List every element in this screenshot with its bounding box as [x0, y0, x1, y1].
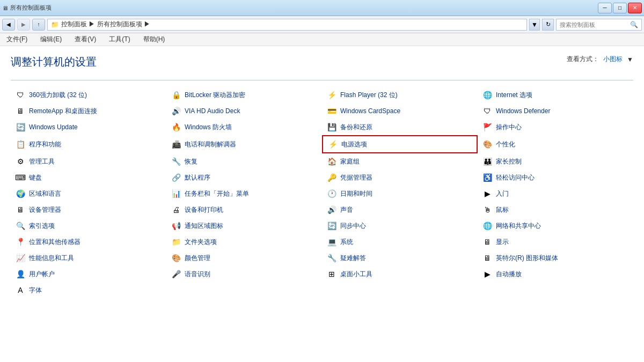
item-defaultprograms[interactable]: 🔗默认程序	[166, 169, 322, 186]
minimize-button[interactable]: ─	[598, 3, 612, 13]
view-arrow-icon: ▼	[627, 56, 633, 63]
item-programfeatures[interactable]: 📋程序和功能	[11, 135, 166, 153]
menu-tools[interactable]: 工具(T)	[107, 34, 132, 45]
location-label: 位置和其他传感器	[29, 238, 80, 247]
programfeatures-label: 程序和功能	[29, 140, 61, 149]
intelnv-label: 英特尔(R) 图形和媒体	[496, 254, 558, 263]
address-dropdown[interactable]: ▼	[529, 19, 540, 31]
keyboard-label: 键盘	[29, 173, 42, 182]
item-firewall[interactable]: 🔥Windows 防火墙	[166, 119, 322, 135]
item-region[interactable]: 🌍区域和语言	[11, 186, 166, 202]
keyboard-icon: ⌨	[15, 172, 26, 183]
viahd-label: VIA HD Audio Deck	[185, 107, 240, 115]
system-icon: 💻	[326, 237, 337, 247]
item-actioncenter[interactable]: 🚩操作中心	[478, 119, 633, 135]
item-intelnv[interactable]: 🖥英特尔(R) 图形和媒体	[478, 250, 633, 266]
item-flashplayer[interactable]: ⚡Flash Player (32 位)	[322, 87, 478, 103]
internet-label: Internet 选项	[496, 91, 532, 100]
search-box[interactable]: 🔍	[556, 19, 642, 31]
item-taskbar[interactable]: 📊任务栏和「开始」菜单	[166, 186, 322, 202]
windowsupdate-icon: 🔄	[15, 122, 26, 132]
refresh-button[interactable]: ↻	[542, 19, 554, 31]
item-windowsupdate[interactable]: 🔄Windows Update	[11, 119, 166, 135]
viahd-icon: 🔊	[171, 106, 181, 116]
maximize-button[interactable]: □	[613, 3, 627, 13]
backuprestore-label: 备份和还原	[340, 123, 372, 132]
window-icon: 🖥	[2, 5, 8, 11]
item-viahd[interactable]: 🔊VIA HD Audio Deck	[166, 103, 322, 119]
address-field[interactable]: 📁 控制面板 ▶ 所有控制面板项 ▶	[47, 19, 527, 31]
up-button[interactable]: ↑	[32, 19, 45, 31]
windowsupdate-label: Windows Update	[29, 123, 78, 131]
credmgr-icon: 🔑	[326, 172, 337, 183]
item-useracct[interactable]: 👤用户帐户	[11, 266, 166, 282]
back-button[interactable]: ◀	[2, 19, 15, 31]
actioncenter-icon: 🚩	[482, 122, 493, 132]
item-poweroptions[interactable]: ⚡电源选项	[322, 135, 478, 153]
menu-edit[interactable]: 编辑(E)	[38, 34, 64, 45]
item-datetime[interactable]: 🕐日期和时间	[322, 186, 478, 202]
useracct-icon: 👤	[15, 269, 26, 279]
item-backuprestore[interactable]: 💾备份和还原	[322, 119, 478, 135]
item-system[interactable]: 💻系统	[322, 234, 478, 250]
item-keyboard[interactable]: ⌨键盘	[11, 169, 166, 186]
item-devicesprint[interactable]: 🖨设备和打印机	[166, 202, 322, 218]
item-devicemgr[interactable]: 🖥设备管理器	[11, 202, 166, 218]
item-display[interactable]: 🖥显示	[478, 234, 633, 250]
item-getstarted[interactable]: ▶入门	[478, 186, 633, 202]
item-defender[interactable]: 🛡Windows Defender	[478, 103, 633, 119]
mouse-icon: 🖱	[482, 204, 493, 215]
notifyarea-label: 通知区域图标	[185, 221, 223, 231]
item-homegroup[interactable]: 🏠家庭组	[322, 153, 478, 169]
search-icon: 🔍	[630, 21, 638, 28]
item-speechrecog[interactable]: 🎤语音识别	[166, 266, 322, 282]
item-phonemodems[interactable]: 📠电话和调制解调器	[166, 135, 322, 153]
view-label: 查看方式：	[567, 55, 599, 64]
getstarted-icon: ▶	[482, 188, 493, 199]
item-folderoptions[interactable]: 📁文件夹选项	[166, 234, 322, 250]
item-colormgmt[interactable]: 🎨颜色管理	[166, 250, 322, 266]
item-autoplay[interactable]: ▶自动播放	[478, 266, 633, 282]
perfinfo-label: 性能信息和工具	[29, 254, 74, 263]
page-header: 调整计算机的设置 查看方式： 小图标 ▼	[11, 55, 633, 69]
menu-help[interactable]: 帮助(H)	[141, 34, 167, 45]
item-notifyarea[interactable]: 📢通知区域图标	[166, 218, 322, 234]
sound-label: 声音	[340, 205, 353, 215]
item-cardspace[interactable]: 💳Windows CardSpace	[322, 103, 478, 119]
item-troubleshoot[interactable]: 🔧疑难解答	[322, 250, 478, 266]
menu-view[interactable]: 查看(V)	[72, 34, 98, 45]
item-internet[interactable]: 🌐Internet 选项	[478, 87, 633, 103]
item-location[interactable]: 📍位置和其他传感器	[11, 234, 166, 250]
item-deskgadgets[interactable]: ⊞桌面小工具	[322, 266, 478, 282]
item-parentalcontrol[interactable]: 👪家长控制	[478, 153, 633, 169]
personalization-label: 个性化	[496, 140, 515, 149]
item-synccenter[interactable]: 🔄同步中心	[322, 218, 478, 234]
item-perfinfo[interactable]: 📈性能信息和工具	[11, 250, 166, 266]
menu-file[interactable]: 文件(F)	[4, 34, 30, 45]
item-360[interactable]: 🛡360强力卸载 (32 位)	[11, 87, 166, 103]
notifyarea-icon: 📢	[171, 220, 181, 231]
item-credmgr[interactable]: 🔑凭据管理器	[322, 169, 478, 186]
speechrecog-label: 语音识别	[185, 270, 210, 279]
360-label: 360强力卸载 (32 位)	[29, 91, 87, 100]
indexoptions-icon: 🔍	[15, 220, 26, 231]
item-recovery[interactable]: 🔧恢复	[166, 153, 322, 169]
internet-icon: 🌐	[482, 90, 493, 100]
item-fonts[interactable]: A字体	[11, 282, 166, 298]
item-remoteapp[interactable]: 🖥RemoteApp 和桌面连接	[11, 103, 166, 119]
menu-bar: 文件(F) 编辑(E) 查看(V) 工具(T) 帮助(H)	[0, 33, 644, 46]
item-bitlocker[interactable]: 🔒BitLocker 驱动器加密	[166, 87, 322, 103]
programfeatures-icon: 📋	[15, 139, 26, 150]
item-easycenter[interactable]: ♿轻松访问中心	[478, 169, 633, 186]
view-type-link[interactable]: 小图标	[603, 55, 623, 64]
forward-button[interactable]: ▶	[17, 19, 30, 31]
search-input[interactable]	[560, 21, 628, 28]
item-personalization[interactable]: 🎨个性化	[478, 135, 633, 153]
personalization-icon: 🎨	[482, 139, 493, 150]
item-mouse[interactable]: 🖱鼠标	[478, 202, 633, 218]
close-button[interactable]: ✕	[628, 3, 642, 13]
item-sound[interactable]: 🔊声音	[322, 202, 478, 218]
item-indexoptions[interactable]: 🔍索引选项	[11, 218, 166, 234]
item-networkcenter[interactable]: 🌐网络和共享中心	[478, 218, 633, 234]
item-admintools[interactable]: ⚙管理工具	[11, 153, 166, 169]
